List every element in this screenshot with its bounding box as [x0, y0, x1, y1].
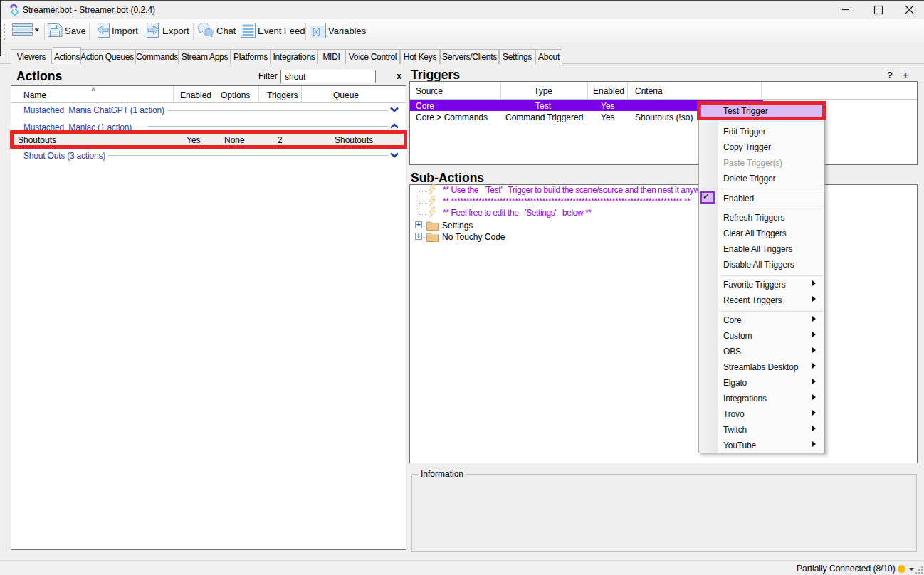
- svg-text:[x]: [x]: [313, 28, 320, 36]
